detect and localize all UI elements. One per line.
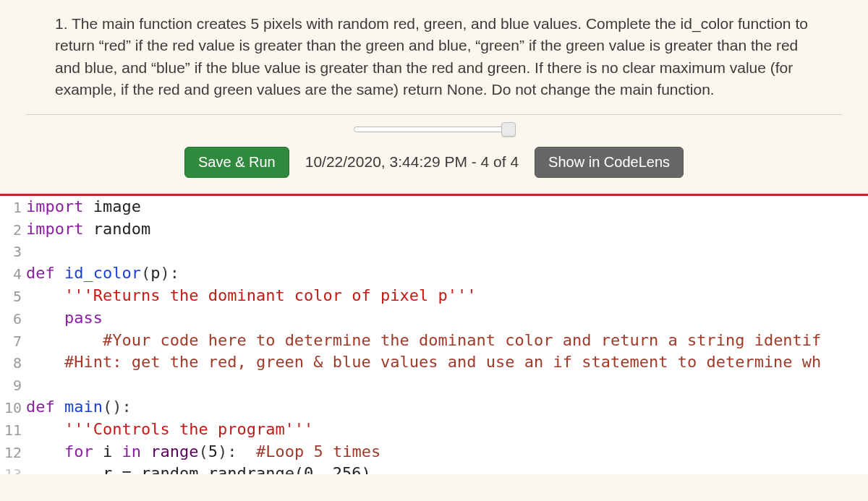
code-content[interactable]: import random xyxy=(26,218,868,241)
code-content[interactable]: def main(): xyxy=(26,396,868,419)
slider-track xyxy=(354,127,514,132)
code-line[interactable]: 7 #Your code here to determine the domin… xyxy=(0,330,868,352)
show-codelens-button[interactable]: Show in CodeLens xyxy=(535,147,684,178)
code-content[interactable] xyxy=(26,240,868,262)
run-timestamp: 10/22/2020, 3:44:29 PM - 4 of 4 xyxy=(305,151,519,173)
line-number: 6 xyxy=(0,307,26,330)
line-number: 13 xyxy=(0,463,26,474)
code-content[interactable]: def id_color(p): xyxy=(26,262,868,285)
code-line[interactable]: 11 '''Controls the program''' xyxy=(0,419,868,441)
code-content[interactable]: #Hint: get the red, green & blue values … xyxy=(26,351,868,374)
code-content[interactable]: pass xyxy=(26,307,868,330)
code-content[interactable]: import image xyxy=(26,196,868,218)
slider-thumb[interactable] xyxy=(501,122,516,137)
line-number: 3 xyxy=(0,240,26,262)
question-number: 1. xyxy=(55,15,68,32)
code-line[interactable]: 1import image xyxy=(0,196,868,218)
line-number: 4 xyxy=(0,262,26,285)
code-line[interactable]: 9 xyxy=(0,374,868,396)
code-line[interactable]: 6 pass xyxy=(0,307,868,330)
code-line[interactable]: 4def id_color(p): xyxy=(0,262,868,285)
code-line[interactable]: 10def main(): xyxy=(0,396,868,419)
code-line[interactable]: 8 #Hint: get the red, green & blue value… xyxy=(0,351,868,374)
code-line[interactable]: 5 '''Returns the dominant color of pixel… xyxy=(0,285,868,307)
line-number: 12 xyxy=(0,441,26,463)
line-number: 5 xyxy=(0,285,26,307)
controls-bar: Save & Run 10/22/2020, 3:44:29 PM - 4 of… xyxy=(26,115,842,194)
code-content[interactable]: '''Controls the program''' xyxy=(26,419,868,441)
code-content[interactable]: for i in range(5): #Loop 5 times xyxy=(26,441,868,463)
code-line[interactable]: 3 xyxy=(0,240,868,262)
code-line-partial: 13 r = random.randrange(0, 256) xyxy=(0,463,868,474)
save-run-button[interactable]: Save & Run xyxy=(184,147,289,178)
line-number: 11 xyxy=(0,419,26,441)
code-content[interactable] xyxy=(26,374,868,396)
line-number: 10 xyxy=(0,396,26,419)
code-editor[interactable]: 1import image2import random3 4def id_col… xyxy=(0,194,868,475)
code-content[interactable]: #Your code here to determine the dominan… xyxy=(26,330,868,352)
question-text: 1. The main function creates 5 pixels wi… xyxy=(26,13,842,115)
line-number: 9 xyxy=(0,374,26,396)
question-body: The main function creates 5 pixels with … xyxy=(55,15,808,98)
line-number: 2 xyxy=(0,218,26,241)
code-content: r = random.randrange(0, 256) xyxy=(26,463,868,474)
code-line[interactable]: 2import random xyxy=(0,218,868,241)
line-number: 7 xyxy=(0,330,26,352)
history-slider[interactable] xyxy=(354,122,514,137)
line-number: 8 xyxy=(0,351,26,374)
line-number: 1 xyxy=(0,196,26,218)
code-content[interactable]: '''Returns the dominant color of pixel p… xyxy=(26,285,868,307)
code-line[interactable]: 12 for i in range(5): #Loop 5 times xyxy=(0,441,868,463)
